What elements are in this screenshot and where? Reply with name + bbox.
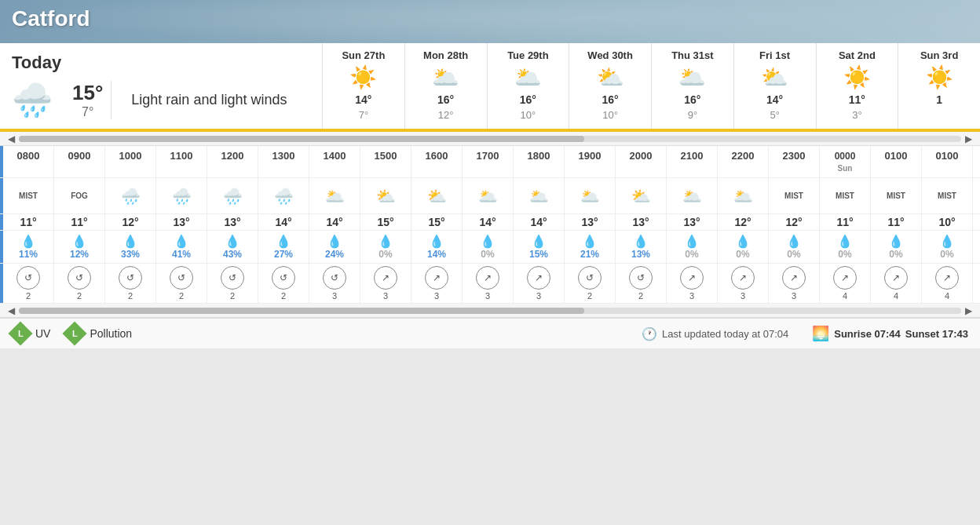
forecast-day-6[interactable]: Sat 2nd ☀️ 11° 3°: [816, 43, 898, 129]
wind-circle-18: ↗: [935, 266, 959, 290]
rain-pct-14: 💧 0%: [718, 231, 769, 263]
wind-speed-11: 2: [587, 291, 592, 301]
wind-0: ↺ 2: [3, 264, 54, 303]
hourly-icons-row: MISTFOG🌧️🌧️🌧️🌧️🌥️⛅⛅🌥️🌥️🌥️⛅🌥️🌥️MISTMISTMI…: [0, 178, 980, 214]
hourly-temp-17: 11°: [871, 214, 922, 230]
wind-dir-11: ↺: [586, 272, 594, 283]
wind-18: ↗ 4: [922, 264, 973, 303]
wind-dir-18: ↗: [943, 272, 951, 283]
header-bg: Catford: [0, 0, 980, 43]
rain-pct-18: 💧 0%: [922, 231, 973, 263]
rain-pct-2: 💧 33%: [105, 231, 156, 263]
uv-pollution-section: L UV L Pollution: [12, 325, 132, 342]
wind-circle-15: ↗: [782, 266, 806, 290]
scroll-right-arrow-bottom[interactable]: ▶: [961, 305, 976, 316]
wind-speed-10: 3: [536, 291, 541, 301]
wind-dir-9: ↗: [484, 272, 492, 283]
forecast-high: 14°: [355, 93, 371, 106]
wind-circle-2: ↺: [119, 266, 142, 290]
today-description: Light rain and light winds: [131, 92, 287, 108]
rain-pct-10: 💧 15%: [514, 231, 565, 263]
scroll-left-arrow-bottom[interactable]: ◀: [4, 305, 19, 316]
rain-pct-val-5: 27%: [260, 249, 307, 260]
rain-icon-7: 💧: [362, 234, 409, 249]
hourly-temp-5: 14°: [258, 214, 309, 230]
sunrise-icon: 🌅: [812, 325, 829, 342]
scroll-track-bottom[interactable]: [19, 308, 961, 314]
rain-pct-11: 💧 21%: [565, 231, 616, 263]
forecast-day-3[interactable]: Wed 30th ⛅ 16° 10°: [569, 43, 651, 129]
top-scrollbar[interactable]: ◀ ▶: [0, 132, 980, 146]
hourly-temp-13: 13°: [667, 214, 718, 230]
wind-circle-10: ↗: [527, 266, 550, 290]
forecast-day-1[interactable]: Mon 28th 🌥️ 16° 12°: [404, 43, 487, 129]
scroll-right-arrow[interactable]: ▶: [961, 133, 976, 144]
bottom-scrollbar[interactable]: ◀ ▶: [0, 304, 980, 318]
rain-icon-17: 💧: [872, 234, 920, 249]
weather-icon-5: 🌧️: [258, 178, 309, 213]
rain-pct-val-3: 41%: [158, 249, 205, 260]
wind-speed-13: 3: [689, 291, 694, 301]
forecast-day-2[interactable]: Tue 29th 🌥️ 16° 10°: [487, 43, 569, 129]
forecast-high: 11°: [849, 93, 865, 106]
forecast-day-4[interactable]: Thu 31st 🌥️ 16° 9°: [651, 43, 733, 129]
weather-icon-7: ⛅: [360, 178, 411, 213]
wind-circle-17: ↗: [884, 266, 908, 290]
weather-icon-18: MIST: [922, 178, 973, 213]
pollution-text: Pollution: [90, 327, 132, 340]
main-container: Today 🌧️ 15° 7° Light rain and light win…: [0, 43, 980, 132]
rain-pct-9: 💧 0%: [463, 231, 514, 263]
forecast-day-icon: ☀️: [349, 64, 377, 90]
wind-dir-2: ↺: [126, 272, 134, 283]
rain-pct-8: 💧 14%: [411, 231, 463, 263]
hour-label-8: 1600: [411, 146, 463, 177]
wind-speed-15: 3: [792, 291, 796, 301]
uv-badge: L UV: [12, 325, 50, 342]
wind-4: ↺ 2: [207, 264, 258, 303]
wind-dir-15: ↗: [790, 272, 798, 283]
wind-dir-8: ↗: [433, 272, 441, 283]
wind-16: ↗ 4: [820, 264, 871, 303]
hour-label-5: 1300: [258, 146, 309, 177]
hour-label-9: 1700: [463, 146, 514, 177]
forecast-day-icon: 🌥️: [678, 64, 706, 90]
wind-circle-0: ↺: [16, 266, 40, 290]
wind-speed-0: 2: [26, 291, 31, 301]
rain-icon-13: 💧: [668, 234, 715, 249]
rain-pct-1: 💧 12%: [54, 231, 105, 263]
rain-icon-2: 💧: [107, 234, 154, 249]
hourly-table: 0800090010001100120013001400150016001700…: [0, 146, 980, 304]
scroll-track[interactable]: [19, 136, 961, 142]
weather-icon-14: 🌥️: [718, 178, 769, 213]
wind-speed-6: 3: [332, 291, 337, 301]
wind-dir-16: ↗: [841, 272, 849, 283]
scroll-left-arrow[interactable]: ◀: [4, 133, 19, 144]
rain-icon-10: 💧: [515, 234, 562, 249]
wind-circle-5: ↺: [272, 266, 295, 290]
weather-icon-17: MIST: [871, 178, 922, 213]
hour-label-11: 1900: [565, 146, 616, 177]
wind-2: ↺ 2: [105, 264, 156, 303]
forecast-day-0[interactable]: Sun 27th ☀️ 14° 7°: [322, 43, 404, 129]
wind-dir-3: ↺: [177, 272, 185, 283]
forecast-high: 16°: [684, 93, 700, 106]
rain-icon-8: 💧: [413, 234, 460, 249]
hour-label-18: 0100: [922, 146, 973, 177]
wind-speed-9: 3: [485, 291, 490, 301]
weather-icon-15: MIST: [769, 178, 820, 213]
hour-label-12: 2000: [616, 146, 667, 177]
forecast-day-7[interactable]: Sun 3rd ☀️ 1: [898, 43, 980, 129]
hourly-temp-14: 12°: [718, 214, 769, 230]
forecast-day-label: Mon 28th: [423, 49, 468, 61]
forecast-low: 9°: [688, 109, 697, 121]
clock-icon: 🕐: [642, 326, 657, 341]
forecast-day-label: Tue 29th: [507, 49, 549, 61]
hourly-container[interactable]: 0800090010001100120013001400150016001700…: [0, 146, 980, 304]
forecast-day-5[interactable]: Fri 1st ⛅ 14° 5°: [733, 43, 816, 129]
rain-icon-1: 💧: [56, 234, 103, 249]
forecast-day-icon: ☀️: [926, 64, 953, 90]
wind-7: ↗ 3: [360, 264, 411, 303]
wind-speed-7: 3: [383, 291, 388, 301]
rain-icon-9: 💧: [464, 234, 511, 249]
hourly-temp-12: 13°: [616, 214, 667, 230]
